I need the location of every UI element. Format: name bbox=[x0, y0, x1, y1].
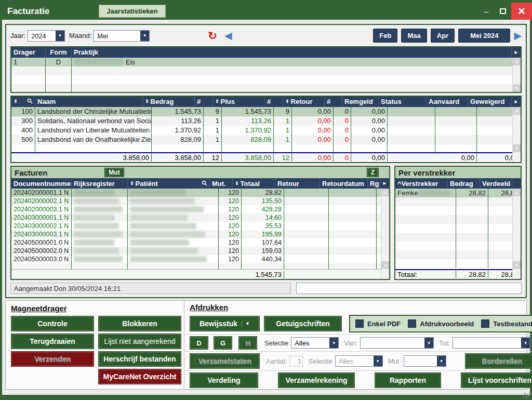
note-input[interactable] bbox=[296, 283, 522, 294]
verdeeld-column-header[interactable]: Verdeeld bbox=[480, 178, 512, 189]
geweigerd-column-header[interactable]: Geweigerd bbox=[468, 97, 512, 107]
column-overflow-icon[interactable]: ▶ bbox=[512, 97, 521, 107]
lijst-niet-aangerekend-button[interactable]: Lijst niet aangerekend bbox=[98, 334, 181, 349]
table-row[interactable]: Femke 28,8228,82 bbox=[395, 189, 521, 197]
chevron-down-icon[interactable]: ▼ bbox=[140, 31, 149, 41]
month-button-maa[interactable]: Maa bbox=[401, 29, 427, 43]
scroll-up-icon[interactable]: ▲ bbox=[513, 189, 521, 196]
herschrijf-bestanden-button[interactable]: Herschrijf bestanden bbox=[98, 351, 181, 367]
rg-column-header[interactable]: Rg bbox=[368, 178, 380, 189]
mut-button[interactable]: Mut bbox=[104, 168, 124, 177]
aantal-field[interactable]: 3 bbox=[289, 356, 303, 366]
scroll-down-icon[interactable]: ▼ bbox=[513, 84, 521, 92]
scroll-up-icon[interactable]: ▲ bbox=[381, 189, 389, 196]
chevron-down-icon[interactable]: ▼ bbox=[424, 338, 433, 348]
chevron-down-icon[interactable]: ▼ bbox=[437, 356, 446, 366]
table-row[interactable] bbox=[11, 144, 521, 152]
lijst-voorschriften-button[interactable]: Lijst voorschriften bbox=[461, 372, 532, 388]
h-button[interactable]: H bbox=[238, 336, 257, 350]
table-row[interactable]: 100Landsbond der Christelijke Mutualitei… bbox=[11, 107, 521, 116]
table-row[interactable]: 202405000002.0 N120159,03 bbox=[11, 247, 389, 255]
terugdraaien-button[interactable]: Terugdraaien bbox=[11, 334, 94, 349]
retour-column-header[interactable]: Retour bbox=[275, 178, 320, 189]
form-column-header[interactable]: Form bbox=[46, 47, 72, 58]
rijksregister-column-header[interactable]: Rijksregister bbox=[72, 178, 128, 189]
table-row[interactable] bbox=[395, 197, 521, 206]
month-button-feb[interactable]: Feb bbox=[373, 29, 397, 43]
table-row[interactable]: 300Solidaris, Nationaal verbond van Soci… bbox=[11, 116, 521, 126]
mut-select[interactable]: ▼ bbox=[404, 355, 446, 367]
drager-column-header[interactable]: Drager bbox=[11, 47, 46, 58]
month-button-apr[interactable]: Apr bbox=[431, 29, 455, 43]
scroll-down-icon[interactable]: ▼ bbox=[381, 261, 389, 269]
getuigschriften-button[interactable]: Getuigschriften bbox=[264, 316, 342, 331]
close-button[interactable]: ✕ bbox=[511, 3, 532, 20]
prev-month-arrow[interactable]: ◀ bbox=[224, 31, 232, 41]
minimize-button[interactable]: – bbox=[478, 5, 495, 18]
table-row[interactable] bbox=[395, 224, 521, 233]
rapporten-button[interactable]: Rapporten bbox=[375, 372, 441, 388]
table-row[interactable]: 202403000003.1 N120195,99 bbox=[11, 230, 389, 238]
chevron-down-icon[interactable]: ▼ bbox=[374, 356, 382, 366]
table-row[interactable]: 500Landsbond van de Onafhankelijke Zieke… bbox=[11, 135, 521, 144]
aanvaard-column-header[interactable]: Aanvaard bbox=[427, 97, 468, 107]
chevron-down-icon[interactable]: ▼ bbox=[242, 321, 250, 326]
checkbox[interactable] bbox=[408, 319, 416, 328]
blokkeren-button[interactable]: Blokkeren bbox=[98, 316, 181, 331]
column-overflow-icon[interactable]: ▶ bbox=[380, 178, 389, 189]
column-overflow-icon[interactable]: ▶ bbox=[512, 47, 521, 58]
verzamelstaten-button[interactable]: Verzamelstaten bbox=[190, 353, 260, 369]
scroll-down-icon[interactable]: ▼ bbox=[513, 261, 521, 269]
resize-grip[interactable] bbox=[523, 393, 529, 399]
bedrag-column-header[interactable]: Bedrag bbox=[448, 178, 480, 189]
tab-jaarstatistieken[interactable]: Jaarstatistieken bbox=[99, 5, 165, 18]
table-row[interactable]: 400Landsbond van Liberale Mutualiteiten1… bbox=[11, 126, 521, 135]
table-row[interactable] bbox=[395, 215, 521, 224]
bedrag-column-header[interactable]: ⇕Bedrag bbox=[143, 97, 195, 107]
refresh-icon[interactable]: ↻ bbox=[208, 30, 217, 41]
praktijk-column-header[interactable]: Praktijk bbox=[72, 47, 512, 58]
chevron-down-icon[interactable]: ▼ bbox=[521, 338, 530, 348]
plus-column-header[interactable]: ⇕Plus bbox=[213, 97, 265, 107]
retour-column-header[interactable]: ⇕Retour bbox=[283, 97, 325, 107]
scrollbar[interactable]: ▲ ▼ bbox=[512, 189, 521, 279]
z-button[interactable]: Z bbox=[367, 168, 379, 177]
mut-column-header[interactable]: Mut. bbox=[210, 178, 233, 189]
count-column-header[interactable]: # bbox=[325, 97, 342, 107]
maand-select[interactable]: Mei ▼ bbox=[94, 30, 150, 42]
selectie-select[interactable]: Alles ▼ bbox=[291, 337, 339, 349]
documentnummer-column-header[interactable]: Documentnummer bbox=[11, 178, 72, 189]
borderellen-button[interactable]: Borderellen bbox=[465, 353, 532, 369]
verdeling-button[interactable]: Verdeling bbox=[190, 372, 258, 388]
table-row[interactable] bbox=[11, 84, 521, 92]
sort-icon[interactable]: ⇕ bbox=[14, 99, 18, 104]
scrollbar[interactable]: ▲ ▼ bbox=[512, 58, 521, 92]
controle-button[interactable]: Controle bbox=[11, 316, 94, 331]
verstrekker-column-header[interactable]: ^Verstrekker bbox=[395, 178, 448, 189]
table-row[interactable] bbox=[11, 75, 521, 84]
table-row[interactable]: 202405000001.0 N120107,64 bbox=[11, 238, 389, 247]
search-icon[interactable] bbox=[202, 180, 207, 188]
table-row[interactable]: 202402000003.1 N120428,28 bbox=[11, 205, 389, 214]
mycarenet-overzicht-button[interactable]: MyCareNet Overzicht bbox=[98, 369, 181, 384]
remgeld-column-header[interactable]: Remgeld bbox=[342, 97, 379, 107]
chevron-down-icon[interactable]: ▼ bbox=[56, 31, 64, 41]
chevron-down-icon[interactable]: ▼ bbox=[329, 338, 338, 348]
next-month-arrow[interactable]: ▶ bbox=[514, 31, 522, 41]
count-column-header[interactable]: # bbox=[195, 97, 213, 107]
table-row[interactable]: 202402000001.1 N12028,82 bbox=[11, 189, 389, 197]
maximize-button[interactable] bbox=[495, 5, 511, 18]
tot-select[interactable]: ▼ bbox=[453, 337, 530, 349]
verzenden-button[interactable]: Verzenden bbox=[11, 351, 94, 367]
totaal-column-header[interactable]: ⇕Totaal bbox=[233, 178, 275, 189]
scroll-up-icon[interactable]: ▲ bbox=[513, 107, 521, 115]
naam-column-header[interactable]: Naam bbox=[35, 97, 143, 107]
retourdatum-column-header[interactable]: Retourdatum bbox=[320, 178, 368, 189]
table-row[interactable]: 202402000002.1 N120135,50 bbox=[11, 197, 389, 205]
d-button[interactable]: D bbox=[190, 336, 208, 350]
table-row[interactable] bbox=[395, 242, 521, 250]
checkbox[interactable] bbox=[481, 319, 489, 328]
table-row[interactable]: 202403000001.1 N12014,60 bbox=[11, 214, 389, 222]
jaar-select[interactable]: 2024 ▼ bbox=[28, 30, 65, 42]
count-column-header[interactable]: # bbox=[265, 97, 283, 107]
